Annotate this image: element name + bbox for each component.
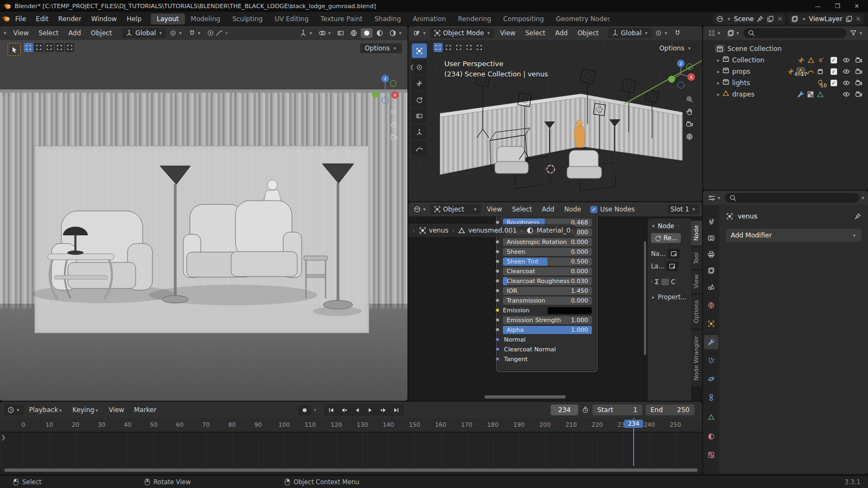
node-input-normal[interactable]: Normal (503, 335, 592, 344)
select-mode-2[interactable] (44, 43, 54, 52)
menu-view[interactable]: View (495, 29, 520, 37)
navigation-gizmo[interactable]: z y x (665, 59, 697, 90)
menu-view[interactable]: View (9, 29, 34, 37)
menu-window[interactable]: Window (86, 15, 122, 23)
properties-tab-object[interactable] (704, 317, 718, 331)
minimize-button[interactable]: — (815, 3, 821, 10)
properties-tab-physics[interactable] (704, 372, 718, 386)
properties-search-input[interactable] (725, 193, 860, 203)
horizontal-scrollbar[interactable] (484, 395, 566, 399)
properties-collapsed-panel[interactable]: ▸Propert... (651, 293, 688, 301)
snap-toggle[interactable] (672, 28, 684, 38)
select-mode-0[interactable] (433, 43, 443, 52)
select-mode-1[interactable] (444, 43, 453, 52)
breadcrumb-item-venus[interactable]: venus (429, 227, 449, 234)
sidebar-tab-tool[interactable]: Tool (691, 247, 702, 269)
jump-start-button[interactable] (326, 405, 337, 415)
move-tool[interactable] (412, 76, 427, 91)
overlays-dropdown[interactable]: ▾ (316, 28, 334, 38)
breadcrumb-item-venusmed-001[interactable]: venusmed.001 (468, 227, 516, 234)
select-mode-3[interactable] (464, 43, 474, 52)
use-preview-range-button[interactable] (579, 405, 591, 415)
viewport-right-nav-icons[interactable] (686, 95, 693, 140)
shading-wireframe-button[interactable] (348, 28, 360, 38)
disable-render-toggle[interactable] (852, 68, 865, 75)
disable-render-toggle[interactable] (852, 56, 865, 64)
menu-marker[interactable]: Marker (129, 406, 161, 414)
pivot-dropdown[interactable]: ▾ (167, 28, 185, 38)
frame-start-field[interactable]: Start1 (592, 404, 642, 415)
orientation-dropdown[interactable]: Global▾ (608, 28, 652, 38)
menu-render[interactable]: Render (53, 15, 86, 23)
snap-toggle[interactable]: ▾ (186, 28, 204, 38)
slot-dropdown[interactable]: Slot 1▾ (667, 204, 699, 214)
play-back-button[interactable] (352, 405, 363, 415)
menu-edit[interactable]: Edit (31, 15, 53, 23)
sidebar-tab-options[interactable]: Options (691, 295, 702, 329)
pivot-dropdown[interactable]: ▾ (653, 28, 671, 38)
menu-object[interactable]: Object (86, 29, 117, 37)
frame-end-field[interactable]: End250 (646, 404, 694, 415)
properties-tab-output[interactable] (704, 247, 718, 261)
node-input-clearcoat-normal[interactable]: Clearcoat Normal (503, 345, 592, 354)
outliner-search-input[interactable] (743, 28, 846, 38)
current-frame-field[interactable]: 234 (551, 404, 578, 415)
navigation-gizmo[interactable]: z x (369, 74, 401, 105)
slider-transmission[interactable]: Transmission0.000 (503, 297, 592, 305)
new-scene-icon[interactable] (767, 15, 774, 23)
node-input-ior[interactable]: IOR1.450 (503, 286, 592, 296)
properties-tab-constraints[interactable] (704, 390, 718, 404)
disclosure-triangle-icon[interactable]: ▸ (717, 80, 720, 86)
menu-add[interactable]: Add (63, 29, 86, 37)
options-dropdown[interactable]: Options▾ (360, 43, 402, 53)
sidebar-tab-node[interactable]: Node (691, 221, 702, 246)
outliner-row-props[interactable]: ▸props417✓ (703, 66, 868, 77)
menu-playback[interactable]: Playback▾ (24, 406, 68, 414)
timeline-scrollbar[interactable] (4, 468, 698, 472)
active-tool-select-box[interactable] (8, 43, 21, 56)
disable-render-toggle[interactable] (852, 91, 865, 98)
jump-end-button[interactable] (391, 405, 403, 415)
properties-tab-view-layer[interactable] (704, 264, 718, 278)
workspace-tab-shading[interactable]: Shading (368, 14, 407, 24)
select-mode-0[interactable] (24, 43, 33, 52)
slider-emission-strength[interactable]: Emission Strength1.000 (503, 316, 592, 324)
editor-type-button[interactable]: ▾ (4, 404, 23, 415)
attribute-row[interactable]: ⁞ Σ C (651, 278, 688, 286)
outliner-row-scene-collection[interactable]: Scene Collection (703, 43, 868, 54)
node-input-alpha[interactable]: Alpha1.000 (503, 325, 592, 335)
menu-object[interactable]: Object (572, 29, 603, 37)
sidebar-tab-view[interactable]: View (691, 271, 702, 293)
principled-bsdf-node[interactable]: Roughness0.468Anisotropic0.000Anisotropi… (497, 216, 597, 371)
color-swatch[interactable] (547, 307, 592, 314)
properties-tab-material[interactable] (704, 429, 718, 444)
shader-editor[interactable]: ▾ Object ▾ ViewSelectAddNode ✓ Use Nodes… (409, 202, 702, 401)
editor-type-button[interactable]: ▾ (706, 28, 724, 38)
node-input-emission-strength[interactable]: Emission Strength1.000 (503, 316, 592, 325)
properties-tab-scene[interactable] (704, 280, 718, 294)
properties-tab-object-data[interactable] (704, 410, 718, 424)
auto-keying-button[interactable] (298, 405, 311, 415)
new-viewlayer-icon[interactable] (845, 15, 853, 23)
disclosure-triangle-icon[interactable]: ▸ (717, 69, 720, 74)
workspace-tab-animation[interactable]: Animation (407, 14, 452, 24)
timeline-ruler[interactable]: 0102030405060708090100110120130140150160… (0, 418, 702, 432)
shading-solid-button[interactable] (361, 28, 373, 38)
hide-viewport-toggle[interactable] (840, 91, 852, 98)
properties-tab-render[interactable] (704, 231, 718, 245)
slider-clearcoat-roughness[interactable]: Clearcoat Roughness0.030 (503, 277, 592, 285)
node-label-field[interactable]: La... (651, 261, 688, 271)
show-gizmo-dropdown[interactable]: ▾ (297, 28, 315, 38)
annotate-tool[interactable] (412, 141, 427, 156)
disclosure-triangle-icon[interactable]: ▸ (717, 92, 720, 97)
select-mode-4[interactable] (65, 43, 74, 52)
menu-view[interactable]: View (104, 406, 129, 414)
menu-view[interactable]: View (482, 206, 507, 213)
mode-dropdown[interactable]: Object Mode▾ (430, 28, 494, 38)
viewport-3d-left[interactable]: ▾ ViewSelectAddObject Global▾ ▾ ▾ ▾ ▾ ▾ … (0, 26, 407, 401)
sidebar-node-header[interactable]: Node (658, 222, 674, 230)
vertical-scrollbar[interactable] (644, 241, 646, 355)
menu-select[interactable]: Select (34, 29, 63, 37)
sidebar-tab-node-wrangler[interactable]: Node Wrangler (691, 330, 702, 387)
blender-menu-icon[interactable] (2, 15, 10, 23)
